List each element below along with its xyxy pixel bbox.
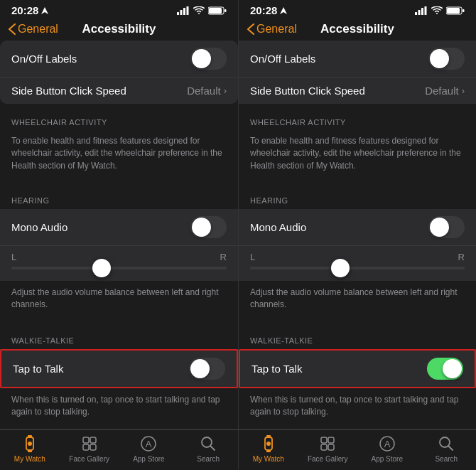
svg-rect-10 xyxy=(28,450,32,452)
my-watch-icon-left xyxy=(21,434,39,453)
hearing-header-left: HEARING xyxy=(0,182,238,209)
side-button-chevron-right: › xyxy=(462,85,465,96)
svg-rect-26 xyxy=(447,8,460,14)
battery-icon-right xyxy=(446,6,465,15)
tap-to-talk-row-left: Tap to Talk xyxy=(0,349,238,388)
svg-rect-1 xyxy=(177,12,179,15)
on-off-toggle-left[interactable] xyxy=(190,48,227,70)
tab-face-gallery-right[interactable]: Face Gallery xyxy=(298,434,358,463)
battery-icon-left xyxy=(208,6,227,15)
side-button-row-left[interactable]: Side Button Click Speed Default › xyxy=(0,78,238,104)
svg-marker-20 xyxy=(280,7,287,14)
nav-bar-left: General Accessibility xyxy=(0,19,238,41)
slider-footer-right: Adjust the audio volume balance between … xyxy=(239,281,476,322)
svg-rect-32 xyxy=(321,437,327,443)
svg-rect-7 xyxy=(225,9,227,12)
svg-rect-29 xyxy=(266,435,271,437)
side-button-chevron-left: › xyxy=(224,85,227,96)
status-icons-right xyxy=(415,6,465,15)
svg-text:A: A xyxy=(384,439,390,449)
slider-label-r-left: R xyxy=(220,252,227,262)
face-gallery-icon-right xyxy=(318,434,337,453)
back-button-right[interactable]: General xyxy=(247,23,297,36)
svg-rect-21 xyxy=(415,12,417,15)
wheelchair-header-right: WHEELCHAIR ACTIVITY xyxy=(239,104,476,131)
tab-my-watch-left[interactable]: My Watch xyxy=(0,434,60,463)
tab-my-watch-right[interactable]: My Watch xyxy=(239,434,298,463)
nav-title-right: Accessibility xyxy=(320,22,394,36)
signal-icon-right xyxy=(415,6,428,15)
on-off-labels-row-right: On/Off Labels xyxy=(239,41,476,78)
mono-audio-toggle-right[interactable] xyxy=(428,216,465,238)
slider-footer-left: Adjust the audio volume balance between … xyxy=(0,281,238,322)
tab-app-store-left[interactable]: A App Store xyxy=(119,434,179,463)
tab-app-store-right[interactable]: A App Store xyxy=(357,434,417,463)
app-store-icon-left: A xyxy=(139,434,158,453)
location-icon-right xyxy=(280,7,287,14)
status-icons-left xyxy=(177,6,227,15)
tab-label-search-right: Search xyxy=(435,455,458,463)
my-watch-icon-right xyxy=(259,434,278,453)
back-button-left[interactable]: General xyxy=(9,23,58,36)
svg-rect-35 xyxy=(328,444,334,450)
tab-label-search-left: Search xyxy=(197,455,220,463)
tab-face-gallery-left[interactable]: Face Gallery xyxy=(60,434,119,463)
location-icon-left xyxy=(41,7,48,14)
slider-thumb-right[interactable] xyxy=(331,259,350,277)
signal-icon-left xyxy=(177,6,190,15)
svg-rect-23 xyxy=(421,8,423,15)
svg-rect-4 xyxy=(187,6,189,15)
wifi-icon-left xyxy=(193,6,205,15)
wheelchair-header-left: WHEELCHAIR ACTIVITY xyxy=(0,104,238,131)
svg-rect-13 xyxy=(90,437,96,443)
svg-text:A: A xyxy=(146,439,152,449)
app-store-icon-right: A xyxy=(378,434,396,453)
tap-to-talk-toggle-left[interactable] xyxy=(189,358,225,380)
svg-line-39 xyxy=(449,447,453,451)
svg-rect-3 xyxy=(183,8,185,15)
audio-slider-left[interactable]: L R xyxy=(0,246,238,281)
tab-label-face-gallery-right: Face Gallery xyxy=(308,455,348,463)
tab-search-right[interactable]: Search xyxy=(417,434,477,463)
tap-to-talk-footer-right: When this is turned on, tap once to star… xyxy=(239,388,476,429)
right-panel: 20:28 Gen xyxy=(238,0,476,470)
status-time-left: 20:28 xyxy=(11,4,48,16)
on-off-labels-row-left: On/Off Labels xyxy=(0,41,238,78)
tab-bar-right: My Watch Face Gallery A App Store xyxy=(239,429,476,470)
tap-to-talk-row-right: Tap to Talk xyxy=(239,349,476,388)
tap-to-talk-toggle-right[interactable] xyxy=(427,358,463,380)
on-off-toggle-right[interactable] xyxy=(428,48,465,70)
status-bar-right: 20:28 xyxy=(239,0,476,19)
svg-rect-30 xyxy=(266,450,271,452)
svg-rect-9 xyxy=(28,435,32,437)
status-time-right: 20:28 xyxy=(250,4,287,16)
slider-thumb-left[interactable] xyxy=(92,259,111,277)
scroll-content-left[interactable]: On/Off Labels Side Button Click Speed De… xyxy=(0,41,238,429)
wifi-icon-right xyxy=(431,6,443,15)
tap-to-talk-footer-left: When this is turned on, tap once to star… xyxy=(0,388,238,429)
mono-audio-toggle-left[interactable] xyxy=(190,216,227,238)
svg-rect-15 xyxy=(90,444,96,450)
side-button-row-right[interactable]: Side Button Click Speed Default › xyxy=(239,78,476,104)
svg-point-31 xyxy=(266,442,271,446)
walkie-talkie-header-left: WALKIE-TALKIE xyxy=(0,322,238,349)
walkie-talkie-header-right: WALKIE-TALKIE xyxy=(239,322,476,349)
search-icon-left xyxy=(199,434,217,453)
tab-search-left[interactable]: Search xyxy=(178,434,238,463)
tab-label-my-watch-right: My Watch xyxy=(253,455,284,463)
svg-rect-27 xyxy=(463,9,465,12)
tab-label-my-watch-left: My Watch xyxy=(14,455,45,463)
audio-slider-right[interactable]: L R xyxy=(239,246,476,281)
slider-label-l-left: L xyxy=(11,252,16,262)
face-gallery-icon-left xyxy=(80,434,99,453)
hearing-header-right: HEARING xyxy=(239,182,476,209)
svg-rect-24 xyxy=(425,6,427,15)
tab-label-face-gallery-left: Face Gallery xyxy=(69,455,109,463)
svg-marker-0 xyxy=(41,7,48,14)
mono-audio-row-right: Mono Audio xyxy=(239,209,476,246)
scroll-content-right[interactable]: On/Off Labels Side Button Click Speed De… xyxy=(239,41,476,429)
tab-bar-left: My Watch Face Gallery A App Store xyxy=(0,429,238,470)
search-icon-right xyxy=(437,434,455,453)
svg-point-11 xyxy=(28,442,32,446)
svg-rect-6 xyxy=(209,8,222,14)
